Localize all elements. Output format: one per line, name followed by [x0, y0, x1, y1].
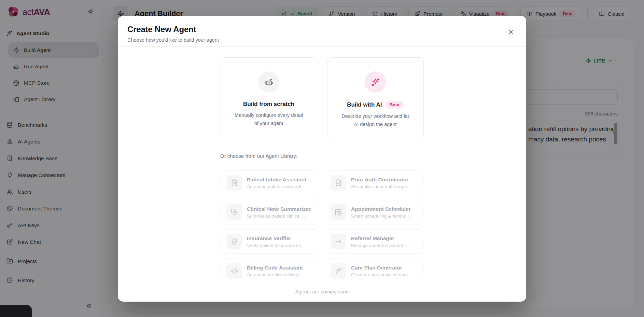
create-new-agent-modal: Create New Agent Choose how you'd like t… — [118, 16, 526, 302]
library-item-appointment-scheduler: Appointment Scheduler Smart scheduling &… — [325, 200, 423, 224]
library-item-title: Patient Intake Assistant — [247, 177, 306, 183]
library-item-icon-box — [226, 175, 242, 191]
close-button[interactable] — [506, 27, 516, 38]
library-item-icon-box — [331, 204, 346, 220]
library-item-title: Care Plan Generator — [351, 265, 412, 271]
library-item-icon-box — [226, 263, 242, 279]
library-item-title: Insurance Verifier — [247, 235, 305, 242]
library-item-description: Automate patient onboardi… — [247, 184, 306, 189]
close-icon — [507, 28, 515, 36]
library-item-prior-auth-coordinator: Prior Auth Coordinator Streamline prior … — [325, 170, 423, 195]
library-item-description: Smart scheduling & remind… — [351, 213, 411, 219]
option-build-with-ai[interactable]: Build with AIBetaDescribe your workflow … — [327, 57, 424, 138]
library-item-care-plan-generator: Care Plan Generator Generate personalize… — [325, 259, 423, 283]
app-root: { "brand": {"logo_prefix": "act", "logo_… — [0, 0, 644, 317]
bot-icon — [264, 78, 274, 87]
library-item-text: Care Plan Generator Generate personalize… — [351, 265, 412, 277]
library-item-description: Verify patient insurance eli… — [247, 243, 305, 248]
library-item-title: Prior Auth Coordinator — [351, 177, 411, 183]
option-description: Manually configure every detail of your … — [233, 111, 305, 127]
library-item-text: Patient Intake Assistant Automate patien… — [247, 177, 306, 189]
library-item-title: Appointment Scheduler — [351, 206, 411, 212]
library-item-billing-code-assistant: Billing Code Assistant Automate medical … — [221, 259, 319, 283]
clipboard-icon — [230, 179, 238, 187]
library-item-title: Billing Code Assistant — [247, 265, 305, 271]
library-item-text: Insurance Verifier Verify patient insura… — [247, 235, 305, 248]
library-item-text: Prior Auth Coordinator Streamline prior … — [351, 177, 411, 189]
modal-subtitle: Choose how you'd like to build your agen… — [127, 37, 517, 43]
library-label: Or choose from our Agent Library: — [220, 153, 297, 159]
modal-header: Create New Agent Choose how you'd like t… — [118, 16, 526, 47]
library-item-text: Billing Code Assistant Automate medical … — [247, 265, 305, 277]
library-item-description: Summarize patient clinical … — [247, 213, 311, 219]
shield-check-icon — [230, 238, 238, 245]
library-item-icon-box — [331, 175, 346, 191]
modal-title: Create New Agent — [127, 25, 517, 34]
library-item-title: Clinical Note Summarizer — [247, 206, 311, 212]
library-item-patient-intake-assistant: Patient Intake Assistant Automate patien… — [221, 170, 319, 195]
option-build-from-scratch[interactable]: Build from scratchManually configure eve… — [221, 57, 317, 138]
library-item-icon-box — [331, 263, 346, 279]
library-item-text: Referral Manager Manage and track patien… — [351, 235, 410, 248]
option-title: Build from scratch — [243, 101, 294, 108]
library-item-description: Automate medical billing c… — [247, 272, 305, 277]
library-item-text: Clinical Note Summarizer Summarize patie… — [247, 206, 311, 219]
library-item-referral-manager: Referral Manager Manage and track patien… — [325, 229, 423, 254]
sparkles-icon — [371, 78, 380, 87]
coming-soon-note: Agents are coming soon — [118, 289, 526, 294]
agent-library-grid: Patient Intake Assistant Automate patien… — [221, 170, 423, 283]
library-item-icon-box — [226, 234, 242, 249]
bot-icon — [230, 267, 238, 275]
library-item-icon-box — [226, 204, 242, 220]
beta-badge: Beta — [386, 101, 404, 109]
library-item-icon-box — [331, 234, 346, 249]
library-item-text: Appointment Scheduler Smart scheduling &… — [351, 206, 411, 219]
option-title-row: Build with AIBeta — [347, 101, 404, 109]
option-description: Describe your workflow and let AI design… — [339, 112, 411, 128]
library-item-title: Referral Manager — [351, 235, 410, 242]
library-item-description: Manage and track patient r… — [351, 243, 410, 248]
library-item-description: Streamline prior auth reque… — [351, 184, 411, 189]
stethoscope-icon — [230, 208, 238, 216]
option-icon-circle — [365, 71, 386, 93]
option-icon-circle — [258, 71, 279, 93]
calendar-clock-icon — [335, 208, 342, 216]
option-title-row: Build from scratch — [243, 101, 294, 108]
build-options: Build from scratchManually configure eve… — [118, 57, 526, 138]
option-title: Build with AI — [347, 101, 382, 108]
library-item-insurance-verifier: Insurance Verifier Verify patient insura… — [221, 229, 319, 254]
library-item-clinical-note-summarizer: Clinical Note Summarizer Summarize patie… — [221, 200, 319, 224]
library-item-description: Generate personalized care… — [351, 272, 412, 277]
forward-icon — [335, 238, 342, 245]
sparkles-icon — [335, 267, 342, 275]
file-check-icon — [335, 179, 342, 187]
